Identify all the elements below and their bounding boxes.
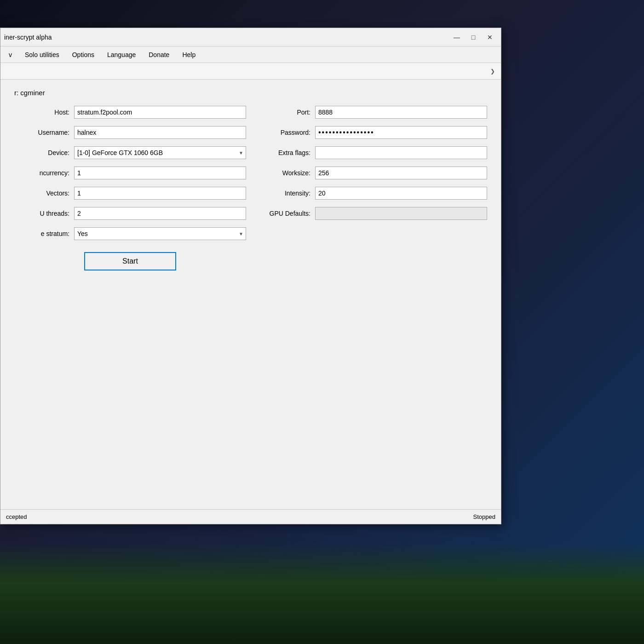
menu-item-language[interactable]: Language — [101, 48, 142, 61]
gpu-threads-label: U threads: — [14, 210, 69, 217]
menu-item-options[interactable]: Options — [66, 48, 101, 61]
username-label: Username: — [14, 129, 69, 136]
password-input[interactable] — [315, 126, 487, 139]
menu-bar: v Solo utilities Options Language Donate… — [0, 46, 501, 63]
gpu-threads-row: U threads: — [14, 207, 246, 220]
title-bar-left: iner-scrypt alpha — [4, 34, 52, 41]
gpu-defaults-input — [315, 207, 487, 220]
use-stratum-row: e stratum: Yes No ▼ — [14, 227, 246, 240]
menu-item-solo[interactable]: Solo utilities — [18, 48, 66, 61]
worksize-input[interactable] — [315, 167, 487, 179]
port-input[interactable] — [315, 106, 487, 119]
port-row: Port: — [255, 106, 487, 119]
intensity-row: Intensity: — [255, 187, 487, 200]
menu-item-help[interactable]: Help — [176, 48, 202, 61]
vectors-label: Vectors: — [14, 190, 69, 197]
start-button-row: Start — [14, 252, 246, 270]
start-button[interactable]: Start — [84, 252, 176, 270]
host-label: Host: — [14, 109, 69, 116]
gpu-defaults-row: GPU Defaults: — [255, 207, 487, 220]
empty-cell — [255, 227, 487, 240]
app-window: iner-scrypt alpha — □ ✕ v Solo utilities… — [0, 28, 501, 524]
minimize-button[interactable]: — — [449, 31, 464, 44]
intensity-input[interactable] — [315, 187, 487, 200]
username-row: Username: — [14, 126, 246, 139]
vectors-input[interactable] — [74, 187, 246, 200]
wallpaper-bottom — [0, 543, 644, 644]
username-input[interactable] — [74, 126, 246, 139]
device-label: Device: — [14, 149, 69, 156]
toolbar: ❯ — [0, 63, 501, 80]
gpu-threads-input[interactable] — [74, 207, 246, 220]
device-select-wrapper: [1-0] GeForce GTX 1060 6GB ▼ — [74, 146, 246, 159]
password-label: Password: — [255, 129, 310, 136]
menu-item-donate[interactable]: Donate — [142, 48, 176, 61]
extra-flags-row: Extra flags: — [255, 146, 487, 159]
section-title: r: cgminer — [14, 89, 487, 97]
intensity-label: Intensity: — [255, 190, 310, 197]
main-content: r: cgminer Host: Port: Username: Passwor… — [0, 80, 501, 509]
use-stratum-label: e stratum: — [14, 230, 69, 237]
worksize-row: Worksize: — [255, 167, 487, 179]
window-title: iner-scrypt alpha — [4, 34, 52, 41]
toolbar-arrow[interactable]: ❯ — [488, 67, 497, 76]
title-bar-controls: — □ ✕ — [449, 31, 497, 44]
maximize-button[interactable]: □ — [466, 31, 481, 44]
device-row: Device: [1-0] GeForce GTX 1060 6GB ▼ — [14, 146, 246, 159]
concurrency-row: ncurrency: — [14, 167, 246, 179]
use-stratum-select[interactable]: Yes No — [74, 227, 246, 240]
status-bar: ccepted Stopped — [0, 509, 501, 524]
status-accepted: ccepted — [6, 513, 27, 520]
concurrency-label: ncurrency: — [14, 169, 69, 177]
extra-flags-input[interactable] — [315, 146, 487, 159]
worksize-label: Worksize: — [255, 169, 310, 177]
port-label: Port: — [255, 109, 310, 116]
host-input[interactable] — [74, 106, 246, 119]
concurrency-input[interactable] — [74, 167, 246, 179]
title-bar: iner-scrypt alpha — □ ✕ — [0, 28, 501, 46]
device-select[interactable]: [1-0] GeForce GTX 1060 6GB — [74, 146, 246, 159]
status-stopped: Stopped — [473, 513, 495, 520]
close-button[interactable]: ✕ — [483, 31, 497, 44]
host-row: Host: — [14, 106, 246, 119]
password-row: Password: — [255, 126, 487, 139]
use-stratum-select-wrapper: Yes No ▼ — [74, 227, 246, 240]
gpu-defaults-label: GPU Defaults: — [255, 210, 310, 217]
vectors-row: Vectors: — [14, 187, 246, 200]
menu-item-view[interactable]: v — [2, 48, 18, 61]
extra-flags-label: Extra flags: — [255, 149, 310, 156]
form-grid: Host: Port: Username: Password: Device: — [14, 106, 487, 270]
